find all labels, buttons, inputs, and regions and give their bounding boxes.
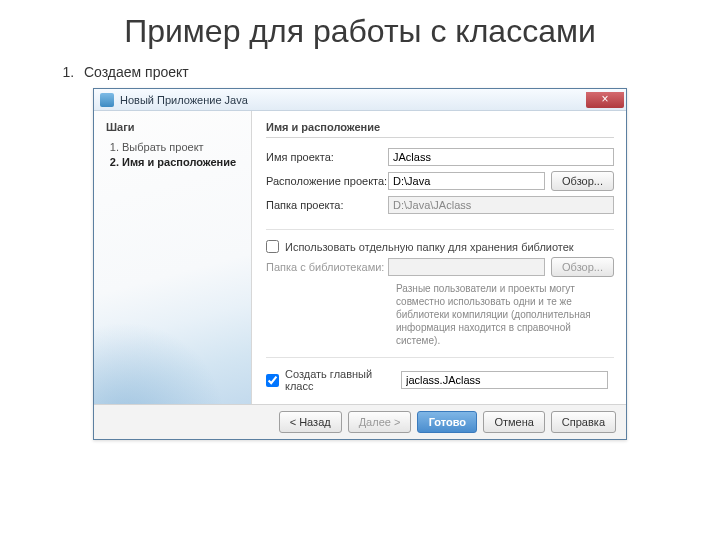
create-main-class-checkbox[interactable]	[266, 374, 279, 387]
main-class-input[interactable]	[401, 371, 608, 389]
lib-folder-input	[388, 258, 545, 276]
wizard-content: Имя и расположение Имя проекта: Располож…	[252, 111, 626, 404]
next-button: Далее >	[348, 411, 412, 433]
dialog-titlebar[interactable]: Новый Приложение Java ×	[94, 89, 626, 111]
slide-title: Пример для работы с классами	[0, 12, 720, 50]
project-name-input[interactable]	[388, 148, 614, 166]
project-folder-input	[388, 196, 614, 214]
use-lib-folder-label: Использовать отдельную папку для хранени…	[285, 241, 574, 253]
lib-help-text: Разные пользователи и проекты могут совм…	[396, 282, 614, 347]
project-name-label: Имя проекта:	[266, 151, 388, 163]
create-main-class-label: Создать главный класс	[285, 368, 401, 392]
project-location-input[interactable]	[388, 172, 545, 190]
browse-location-button[interactable]: Обзор...	[551, 171, 614, 191]
use-lib-folder-checkbox[interactable]	[266, 240, 279, 253]
section-title: Имя и расположение	[266, 121, 614, 138]
cancel-button[interactable]: Отмена	[483, 411, 544, 433]
project-location-label: Расположение проекта:	[266, 175, 388, 187]
help-button[interactable]: Справка	[551, 411, 616, 433]
step-list: Создаем проект	[60, 64, 720, 80]
java-app-icon	[100, 93, 114, 107]
dialog-buttons: < Назад Далее > Готово Отмена Справка	[94, 404, 626, 439]
wizard-step-2: Имя и расположение	[122, 156, 241, 168]
browse-lib-button: Обзор...	[551, 257, 614, 277]
dialog-title: Новый Приложение Java	[120, 94, 248, 106]
slide-step-1: Создаем проект	[78, 64, 720, 80]
wizard-steps-panel: Шаги Выбрать проект Имя и расположение	[94, 111, 252, 404]
project-folder-label: Папка проекта:	[266, 199, 388, 211]
wizard-step-1: Выбрать проект	[122, 141, 241, 153]
steps-header: Шаги	[106, 121, 241, 133]
finish-button[interactable]: Готово	[417, 411, 477, 433]
new-project-dialog: Новый Приложение Java × Шаги Выбрать про…	[93, 88, 627, 440]
lib-folder-label: Папка с библиотеками:	[266, 261, 388, 273]
close-icon[interactable]: ×	[586, 92, 624, 108]
back-button[interactable]: < Назад	[279, 411, 342, 433]
